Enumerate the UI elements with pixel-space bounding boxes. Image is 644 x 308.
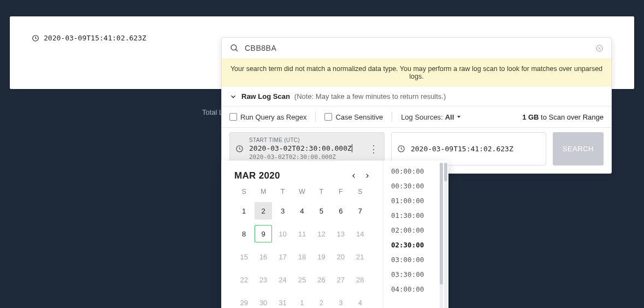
time-option[interactable]: 01:00:00 (383, 193, 439, 208)
calendar-day[interactable]: 3 (274, 202, 292, 220)
search-icon (229, 43, 239, 53)
search-panel: Your search term did not match a normali… (221, 37, 612, 174)
time-picker-pane: 00:00:0000:30:0001:00:0001:30:0002:00:00… (383, 161, 448, 308)
raw-log-scan-toggle[interactable]: Raw Log Scan (Note: May take a few minut… (222, 87, 611, 106)
log-sources-value: All (445, 113, 454, 121)
calendar-day: 12 (312, 225, 330, 242)
chevron-down-icon (229, 93, 237, 100)
calendar-day[interactable]: 6 (332, 202, 350, 220)
time-option[interactable]: 03:30:00 (383, 267, 439, 282)
time-option[interactable]: 04:00:00 (383, 282, 439, 297)
scan-options-row: Run Query as Regex Case Sensitive Log So… (222, 106, 611, 128)
log-sources-dropdown[interactable]: Log Sources: All (401, 113, 462, 121)
calendar-day: 11 (293, 225, 311, 242)
time-option[interactable]: 02:00:00 (383, 223, 439, 238)
calendar-day: 13 (332, 225, 350, 242)
calendar-day: 24 (274, 271, 292, 288)
datetime-picker-popover: MAR 2020 SMTWTFS123456789101112131415161… (221, 161, 448, 308)
calendar-day: 10 (274, 225, 292, 242)
raw-log-scan-note: (Note: May take a few minutes to return … (294, 92, 446, 100)
clock-icon (397, 145, 405, 153)
checkbox-box (229, 113, 237, 121)
clock-icon (235, 145, 244, 153)
start-time-value: 2020-03-02T02:30:00.000Z (249, 144, 352, 152)
calendar-day: 14 (351, 225, 369, 242)
calendar-month-title: MAR 2020 (234, 170, 280, 181)
end-time-value: 2020-03-09T15:41:02.623Z (411, 145, 513, 153)
time-option[interactable]: 00:30:00 (383, 179, 439, 193)
regex-checkbox[interactable]: Run Query as Regex (229, 113, 306, 121)
raw-log-scan-label: Raw Log Scan (241, 92, 290, 100)
no-match-notice: Your search term did not match a normali… (222, 58, 611, 87)
time-option[interactable]: 01:30:00 (383, 208, 439, 223)
calendar-day: 3 (332, 294, 350, 308)
checkbox-box (324, 113, 332, 121)
regex-label: Run Query as Regex (240, 113, 306, 121)
card-timestamp: 2020-03-09T15:41:02.623Z (44, 34, 146, 42)
calendar-day: 30 (255, 294, 272, 308)
time-scrollbar[interactable] (439, 161, 448, 308)
time-option[interactable]: 00:00:00 (383, 164, 439, 179)
calendar-day[interactable]: 2 (255, 202, 272, 220)
next-month-button[interactable] (364, 173, 370, 179)
time-option[interactable]: 03:00:00 (383, 252, 439, 267)
calendar-day[interactable]: 5 (312, 202, 330, 220)
scan-size-suffix: to Scan over Range (541, 113, 604, 121)
scan-size-info: 1 GB to Scan over Range (522, 113, 604, 121)
calendar-day[interactable]: 4 (293, 202, 311, 220)
time-option[interactable]: 02:30:00 (383, 238, 439, 252)
calendar-day[interactable]: 7 (351, 202, 369, 220)
calendar-pane: MAR 2020 SMTWTFS123456789101112131415161… (221, 161, 383, 308)
clear-search-button[interactable] (595, 44, 604, 52)
calendar-day: 18 (293, 248, 311, 265)
search-bar (222, 38, 611, 58)
calendar-day: 22 (235, 271, 253, 288)
divider (315, 112, 316, 122)
calendar-day: 1 (293, 294, 311, 308)
calendar-day: 17 (274, 248, 292, 265)
calendar-day: 29 (235, 294, 253, 308)
start-time-parsed: 2020-03-02T02:30:00.000Z (249, 153, 363, 161)
calendar-dow: F (331, 183, 350, 197)
search-button[interactable]: SEARCH (553, 132, 604, 165)
calendar-day: 20 (332, 248, 350, 265)
case-label: Case Sensitive (335, 113, 383, 121)
log-sources-label: Log Sources: (401, 113, 443, 121)
calendar-day: 2 (312, 294, 330, 308)
calendar-day: 19 (312, 248, 330, 265)
calendar-day: 15 (235, 248, 253, 265)
calendar-dow: S (351, 183, 370, 197)
calendar-day: 4 (351, 294, 369, 308)
calendar-day: 31 (274, 294, 292, 308)
calendar-day: 23 (255, 271, 272, 288)
calendar-day: 16 (255, 248, 272, 265)
calendar-day: 25 (293, 271, 311, 288)
calendar-dow: T (273, 183, 292, 197)
svg-point-1 (231, 45, 237, 50)
background-total-label: Total L (202, 108, 223, 116)
prev-month-button[interactable] (351, 173, 357, 179)
calendar-dow: M (253, 183, 273, 197)
clock-icon (32, 34, 39, 42)
calendar-dow: S (234, 183, 253, 197)
calendar-dow: W (292, 183, 311, 197)
calendar-day: 21 (351, 248, 369, 265)
calendar-day: 28 (351, 271, 369, 288)
calendar-dow: T (312, 183, 331, 197)
scan-size-value: 1 GB (522, 113, 539, 121)
divider (392, 112, 392, 122)
calendar-day[interactable]: 9 (255, 225, 272, 242)
search-input[interactable] (245, 44, 589, 52)
case-sensitive-checkbox[interactable]: Case Sensitive (324, 113, 383, 121)
start-time-more-menu[interactable]: ⋮ (369, 148, 379, 150)
start-time-label: START TIME (UTC) (249, 137, 363, 143)
calendar-day: 26 (312, 271, 330, 288)
calendar-day: 27 (332, 271, 350, 288)
caret-down-icon (456, 114, 462, 120)
calendar-day[interactable]: 1 (235, 202, 253, 220)
calendar-day[interactable]: 8 (235, 225, 253, 242)
calendar-grid: SMTWTFS123456789101112131415161718192021… (234, 183, 370, 308)
